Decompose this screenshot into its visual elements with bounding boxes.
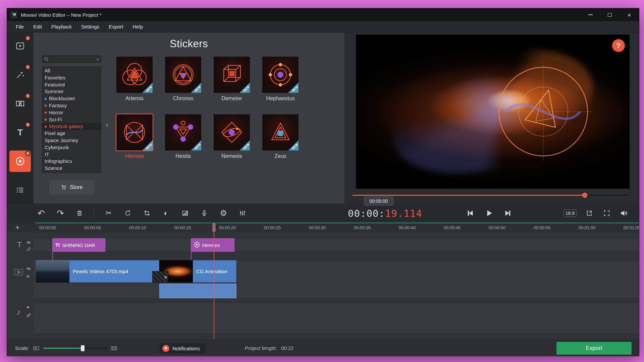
sticker-hermes[interactable]: NEWHermes bbox=[116, 114, 153, 162]
zoom-in-clips-icon[interactable] bbox=[111, 346, 117, 351]
sticker-chronos[interactable]: NEWChronos bbox=[165, 57, 201, 104]
notifications-button[interactable]: Notifications bbox=[160, 343, 206, 354]
video-viewport[interactable]: ? bbox=[356, 35, 630, 189]
audio-track-lane[interactable] bbox=[33, 303, 639, 334]
sticker-nemesis[interactable]: NEWNemesis bbox=[214, 114, 250, 162]
menu-help[interactable]: Help bbox=[128, 21, 148, 32]
title-clip-shining-dar[interactable]: TtSHINING DAR bbox=[52, 238, 105, 252]
menu-export[interactable]: Export bbox=[104, 21, 128, 32]
category-space-journey[interactable]: Space Journey bbox=[42, 137, 102, 144]
category-blockbuster[interactable]: Blockbuster bbox=[42, 95, 102, 102]
video-clip-pexels-videos-4703-mp4[interactable]: Pexels Videos 4703.mp4 bbox=[36, 260, 159, 283]
status-bar: Scale: Notifications Project length: 00:… bbox=[7, 340, 639, 356]
play-button[interactable] bbox=[484, 208, 494, 218]
record-voice-icon[interactable] bbox=[200, 208, 209, 218]
menu-edit[interactable]: Edit bbox=[29, 21, 47, 32]
category-horror[interactable]: Horror bbox=[42, 109, 102, 116]
preview-right-controls: 16:9 bbox=[564, 204, 629, 222]
category-featured[interactable]: Featured bbox=[42, 81, 102, 88]
category-all[interactable]: All bbox=[42, 67, 102, 74]
crop-icon[interactable] bbox=[142, 208, 152, 218]
category-list: AllFavoritesFeaturedSummerBlockbusterFan… bbox=[41, 66, 102, 174]
timeline-ruler[interactable]: + 00:00:0000:00:0500:00:1000:00:1500:00:… bbox=[7, 223, 639, 232]
ruler-scale[interactable]: 00:00:0000:00:0500:00:1000:00:1500:00:20… bbox=[35, 223, 639, 232]
menu-playback[interactable]: Playback bbox=[47, 21, 76, 32]
window-title: Movavi Video Editor – New Project * bbox=[21, 12, 102, 18]
category-pixel-age[interactable]: Pixel age bbox=[42, 130, 102, 137]
sticker-name: Chronos bbox=[165, 93, 201, 104]
transition-clip[interactable]: > bbox=[152, 271, 168, 283]
category-cyberpunk[interactable]: Cyberpunk bbox=[42, 144, 102, 151]
playhead-handle[interactable] bbox=[212, 223, 216, 232]
maximize-button[interactable] bbox=[600, 8, 620, 21]
search-box[interactable]: × bbox=[41, 55, 102, 64]
scale-slider[interactable] bbox=[43, 348, 107, 349]
audio-track-volume-icon[interactable] bbox=[26, 305, 31, 311]
title-track-link-icon[interactable] bbox=[26, 247, 31, 253]
sidebar-item-titles[interactable]: T! bbox=[9, 122, 31, 143]
category-mystical-galaxy[interactable]: Mystical galaxy bbox=[42, 123, 102, 130]
redo-icon[interactable]: ↷ bbox=[56, 208, 65, 218]
search-clear-icon[interactable]: × bbox=[96, 56, 99, 62]
sticker-artemis[interactable]: NEWArtemis bbox=[116, 57, 153, 104]
sidebar-item-media-import[interactable]: ! bbox=[9, 35, 31, 57]
seek-handle[interactable] bbox=[582, 193, 587, 198]
store-button[interactable]: Store bbox=[50, 181, 94, 194]
menu-settings[interactable]: Settings bbox=[76, 21, 104, 32]
volume-icon[interactable] bbox=[620, 208, 629, 218]
sidebar-item-stickers[interactable]: ! bbox=[9, 150, 31, 172]
sticker-demeter[interactable]: NEWDemeter bbox=[214, 57, 250, 104]
video-clip-cg-animation[interactable]: CG Animation bbox=[159, 260, 236, 283]
help-button[interactable]: ? bbox=[612, 39, 625, 52]
add-track-button[interactable]: + bbox=[12, 223, 23, 232]
title-clip-hermes[interactable]: Hermes bbox=[191, 238, 234, 252]
title-track-visibility-icon[interactable] bbox=[26, 240, 31, 246]
ruler-tick-label: 00:00:30 bbox=[302, 225, 332, 230]
category-bullet bbox=[45, 105, 47, 107]
title-track-lane[interactable] bbox=[33, 238, 639, 252]
pan-zoom-icon[interactable] bbox=[180, 208, 190, 218]
aspect-ratio-button[interactable]: 16:9 bbox=[564, 209, 577, 217]
category-infographics[interactable]: Infographics bbox=[42, 158, 102, 165]
export-button[interactable]: Export bbox=[556, 342, 632, 355]
category-science[interactable]: Science bbox=[42, 165, 102, 172]
search-input[interactable] bbox=[51, 56, 94, 62]
split-scissors-icon[interactable]: ✂ bbox=[104, 208, 113, 218]
sticker-zeus[interactable]: NEWZeus bbox=[262, 114, 299, 162]
fullscreen-icon[interactable] bbox=[602, 208, 611, 218]
category-summer[interactable]: Summer bbox=[42, 88, 102, 95]
linked-clip-block[interactable] bbox=[159, 284, 236, 298]
delete-icon[interactable] bbox=[75, 208, 84, 218]
next-frame-button[interactable] bbox=[503, 208, 513, 218]
undo-icon[interactable]: ↶ bbox=[37, 208, 46, 218]
timecode-frames: 19.114 bbox=[385, 208, 422, 219]
clip-properties-icon[interactable] bbox=[238, 208, 247, 218]
video-track-visibility-icon[interactable] bbox=[26, 266, 31, 273]
menu-file[interactable]: File bbox=[11, 21, 29, 32]
scale-slider-handle[interactable] bbox=[81, 345, 85, 351]
category-it[interactable]: IT bbox=[42, 151, 102, 158]
video-track-audio-icon[interactable] bbox=[26, 274, 31, 280]
playhead[interactable] bbox=[214, 223, 214, 339]
minimize-button[interactable] bbox=[581, 8, 600, 21]
category-favorites[interactable]: Favorites bbox=[42, 74, 102, 81]
rotate-icon[interactable] bbox=[123, 208, 132, 218]
close-button[interactable]: × bbox=[620, 8, 639, 21]
sticker-hestia[interactable]: NEWHestia bbox=[165, 114, 201, 162]
video-track-icon bbox=[14, 268, 24, 278]
zoom-out-clips-icon[interactable] bbox=[33, 346, 40, 351]
collapse-panel-chevron[interactable]: ‹ bbox=[106, 120, 109, 129]
detach-preview-icon[interactable] bbox=[585, 208, 594, 218]
category-sci-fi[interactable]: Sci-Fi bbox=[42, 116, 102, 123]
category-fantasy[interactable]: Fantasy bbox=[42, 102, 102, 109]
sidebar-item-more-tools[interactable] bbox=[9, 179, 31, 201]
sidebar-item-transitions[interactable]: ! bbox=[9, 93, 31, 114]
color-adjust-icon[interactable]: ◐ bbox=[161, 208, 171, 218]
previous-frame-button[interactable] bbox=[465, 208, 475, 218]
clip-settings-icon[interactable]: ⚙ bbox=[219, 208, 228, 218]
sidebar-item-filters-wand[interactable]: ! bbox=[9, 64, 31, 85]
seek-bar[interactable] bbox=[353, 192, 629, 198]
sticker-hephaestus[interactable]: NEWHephaestus bbox=[262, 57, 299, 104]
ruler-tick-label: 00:00:35 bbox=[347, 225, 377, 230]
audio-track-unlink-icon[interactable] bbox=[26, 313, 31, 319]
